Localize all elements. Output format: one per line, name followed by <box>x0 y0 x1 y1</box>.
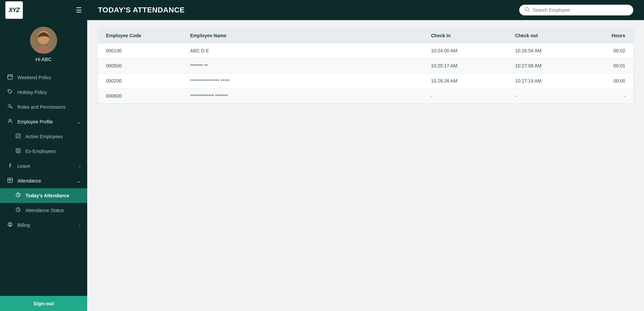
cell-hours: 00:00 <box>591 73 633 89</box>
person-icon <box>7 118 13 125</box>
cell-hours: 00:02 <box>591 43 633 58</box>
cell-code: 000200 <box>98 73 182 89</box>
content-area: Employee Code Employee Name Check in Che… <box>87 20 644 311</box>
sidebar-item-holiday-policy[interactable]: Holiday Policy <box>0 85 87 100</box>
chevron-right-icon: › <box>79 164 80 169</box>
svg-point-6 <box>9 119 11 121</box>
clock-status-icon <box>15 207 21 214</box>
search-box[interactable] <box>519 5 633 15</box>
col-header-checkout: Check out <box>507 28 591 43</box>
chevron-down-icon: ⌄ <box>77 178 80 184</box>
sidebar-item-label: Today's Attendance <box>25 193 69 198</box>
cell-code: 000100 <box>98 43 182 58</box>
sidebar-item-label: Billing <box>17 222 30 228</box>
cell-checkout: - <box>507 89 591 104</box>
table-row: 000600 ************* ******* - - - <box>98 89 633 104</box>
sidebar-header: XYZ ☰ <box>0 0 87 20</box>
col-header-name: Employee Name <box>182 28 423 43</box>
cell-checkout: 10:27:19 AM <box>507 73 591 89</box>
app-logo: XYZ <box>5 1 23 19</box>
cell-checkin: 10:25:17 AM <box>423 58 507 73</box>
svg-point-4 <box>9 91 10 91</box>
ex-employee-icon <box>15 148 21 155</box>
sign-out-button[interactable]: Sign-out <box>0 296 87 311</box>
sidebar-item-leave[interactable]: Leave › <box>0 159 87 173</box>
attendance-table: Employee Code Employee Name Check in Che… <box>98 28 633 103</box>
avatar <box>30 27 57 54</box>
checkbox-icon <box>15 133 21 140</box>
sidebar-item-employee-profile[interactable]: Employee Profile ⌄ <box>0 114 87 129</box>
attendance-icon <box>7 177 13 184</box>
sidebar-item-label: Employee Profile <box>17 119 53 124</box>
cell-checkout: 10:26:54 AM <box>507 43 591 58</box>
col-header-checkin: Check in <box>423 28 507 43</box>
sidebar-item-todays-attendance[interactable]: Today's Attendance <box>0 188 87 203</box>
sidebar-item-label: Weekend Policy <box>17 75 51 80</box>
cell-name: ************* ******* <box>182 89 423 104</box>
search-input[interactable] <box>533 7 628 13</box>
col-header-hours: Hours <box>591 28 633 43</box>
cell-checkin: 10:24:00 AM <box>423 43 507 58</box>
tag-icon <box>7 89 13 96</box>
chevron-right-icon: › <box>79 223 80 228</box>
table-row: 000500 ******* ** 10:25:17 AM 10:27:08 A… <box>98 58 633 73</box>
chevron-down-icon: ⌄ <box>77 119 80 124</box>
sidebar-item-label: Active Employees <box>25 134 63 139</box>
sidebar-item-billing[interactable]: Billing › <box>0 218 87 232</box>
hamburger-icon[interactable]: ☰ <box>76 6 82 14</box>
col-header-code: Employee Code <box>98 28 182 43</box>
key-icon <box>7 104 13 110</box>
sidebar-item-label: Attendance <box>17 178 41 184</box>
sidebar-item-attendance[interactable]: Attendance ⌄ <box>0 173 87 188</box>
sidebar-item-weekend-policy[interactable]: Weekend Policy <box>0 70 87 85</box>
table-header: Employee Code Employee Name Check in Che… <box>98 28 633 43</box>
main-content: TODAY'S ATTENDANCE Employee Code Employe… <box>87 0 644 311</box>
cell-code: 000600 <box>98 89 182 104</box>
sidebar-item-label: Roles and Permissions <box>17 104 65 110</box>
sidebar-item-ex-employees[interactable]: Ex-Employees <box>0 144 87 159</box>
cell-hours: 00:01 <box>591 58 633 73</box>
cell-hours: - <box>591 89 633 104</box>
user-greeting: Hi ABC <box>36 56 52 62</box>
clock-pie-icon <box>15 192 21 199</box>
walk-icon <box>7 163 13 169</box>
svg-point-5 <box>8 105 11 107</box>
cell-name: ******* ** <box>182 58 423 73</box>
sidebar: XYZ ☰ Hi ABC Weekend Policy Holiday Poli… <box>0 0 87 311</box>
svg-point-9 <box>10 163 11 164</box>
table-body: 000100 ABC D E 10:24:00 AM 10:26:54 AM 0… <box>98 43 633 104</box>
cell-checkin: 10:26:26 AM <box>423 73 507 89</box>
sidebar-item-label: Holiday Policy <box>17 90 47 95</box>
sidebar-item-roles-permissions[interactable]: Roles and Permissions <box>0 100 87 114</box>
sidebar-item-active-employees[interactable]: Active Employees <box>0 129 87 144</box>
sidebar-item-label: Leave <box>17 163 30 169</box>
cell-name: ABC D E <box>182 43 423 58</box>
table-row: 000100 ABC D E 10:24:00 AM 10:26:54 AM 0… <box>98 43 633 58</box>
cell-checkin: - <box>423 89 507 104</box>
table-row: 000200 **************** ***** 10:26:26 A… <box>98 73 633 89</box>
page-title: TODAY'S ATTENDANCE <box>98 6 185 14</box>
cell-name: **************** ***** <box>182 73 423 89</box>
nav-menu: Weekend Policy Holiday Policy Roles and … <box>0 67 87 296</box>
cell-code: 000500 <box>98 58 182 73</box>
svg-rect-3 <box>8 75 12 79</box>
attendance-table-container: Employee Code Employee Name Check in Che… <box>98 28 633 103</box>
sidebar-item-label: Ex-Employees <box>25 149 56 154</box>
search-icon <box>525 7 530 13</box>
topbar: TODAY'S ATTENDANCE <box>87 0 644 20</box>
cell-checkout: 10:27:08 AM <box>507 58 591 73</box>
calendar-icon <box>7 74 13 81</box>
billing-icon <box>7 222 13 228</box>
user-profile: Hi ABC <box>0 20 87 67</box>
sidebar-item-attendance-status[interactable]: Attendance Status <box>0 203 87 218</box>
sidebar-item-label: Attendance Status <box>25 208 64 213</box>
